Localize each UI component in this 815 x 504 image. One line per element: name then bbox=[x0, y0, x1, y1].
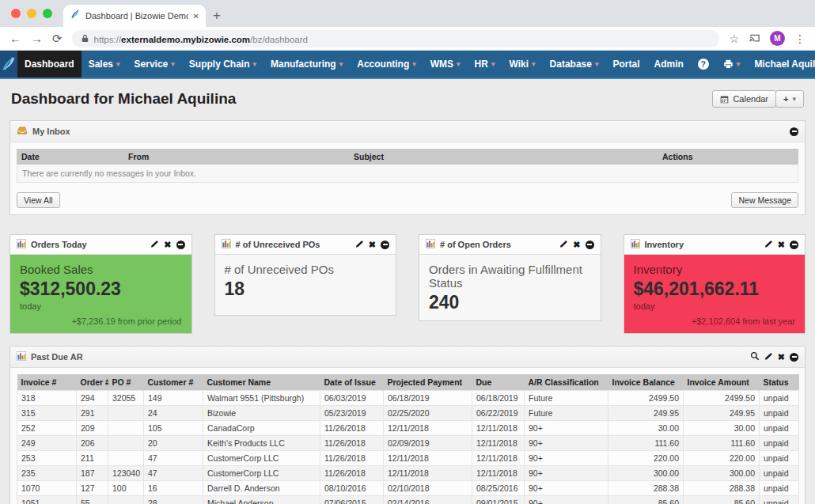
window-minimize-button[interactable] bbox=[27, 9, 36, 18]
edit-icon[interactable] bbox=[764, 352, 773, 362]
close-icon[interactable]: ✖ bbox=[164, 241, 171, 249]
my-inbox-header: My Inbox bbox=[10, 121, 805, 142]
chevron-down-icon: ▾ bbox=[491, 60, 495, 68]
back-icon[interactable]: ← bbox=[9, 32, 21, 45]
ar-col-customer-num[interactable]: Customer # bbox=[144, 374, 203, 391]
window-zoom-button[interactable] bbox=[43, 9, 52, 18]
ar-col-due[interactable]: Due bbox=[472, 374, 525, 391]
cast-icon[interactable] bbox=[749, 32, 760, 46]
chevron-down-icon: ▾ bbox=[339, 60, 343, 68]
close-icon[interactable]: ✖ bbox=[369, 241, 376, 249]
collapse-icon[interactable] bbox=[790, 127, 798, 136]
nav-item-hr[interactable]: HR▾ bbox=[468, 51, 502, 78]
close-icon[interactable]: ✖ bbox=[573, 241, 580, 249]
user-menu[interactable]: Michael Aquilina bbox=[747, 51, 815, 78]
edit-icon[interactable] bbox=[150, 240, 159, 250]
past-due-ar-panel: Past Due AR ✖ Invoice # Order # PO # Cus… bbox=[9, 346, 806, 504]
nav-item-sales[interactable]: Sales▾ bbox=[82, 51, 127, 78]
calendar-button[interactable]: Calendar bbox=[712, 90, 776, 108]
nav-item-supply-chain[interactable]: Supply Chain▾ bbox=[182, 51, 263, 78]
collapse-icon[interactable] bbox=[790, 353, 798, 362]
collapse-icon[interactable] bbox=[586, 241, 594, 249]
close-icon[interactable]: ✖ bbox=[778, 241, 785, 249]
bizowie-logo[interactable] bbox=[0, 51, 17, 78]
page-header: Dashboard for Michael Aquilina Calendar … bbox=[0, 79, 815, 112]
widget-label: Booked Sales bbox=[20, 263, 182, 276]
table-row[interactable]: 24920620Keith's Products LLC11/26/201802… bbox=[17, 436, 799, 451]
nav-item-manufacturing[interactable]: Manufacturing▾ bbox=[263, 51, 350, 78]
nav-item-wiki[interactable]: Wiki▾ bbox=[502, 51, 542, 78]
nav-item-service[interactable]: Service▾ bbox=[127, 51, 182, 78]
table-cell: 12/11/2018 bbox=[472, 436, 525, 451]
edit-icon[interactable] bbox=[355, 240, 364, 250]
nav-item-database[interactable]: Database▾ bbox=[543, 51, 606, 78]
table-cell: unpaid bbox=[760, 406, 799, 421]
table-cell: 47 bbox=[144, 451, 203, 466]
ar-col-order[interactable]: Order # bbox=[77, 374, 108, 391]
inbox-col-subject: Subject bbox=[349, 149, 658, 165]
nav-item-portal[interactable]: Portal bbox=[605, 51, 646, 78]
table-cell: 06/18/2019 bbox=[384, 391, 472, 406]
nav-item-accounting[interactable]: Accounting▾ bbox=[350, 51, 423, 78]
table-row[interactable]: 10515528Michael Anderson07/06/201502/14/… bbox=[17, 496, 799, 504]
widget-header: Inventory ✖ bbox=[624, 235, 806, 255]
table-cell: 09/01/2015 bbox=[472, 496, 525, 504]
ar-col-invoice-amount[interactable]: Invoice Amount bbox=[684, 374, 760, 391]
view-all-button[interactable]: View All bbox=[17, 192, 60, 208]
ar-col-invoice-balance[interactable]: Invoice Balance bbox=[608, 374, 684, 391]
ar-col-customer-name[interactable]: Customer Name bbox=[203, 374, 320, 391]
edit-icon[interactable] bbox=[559, 240, 568, 250]
ar-col-status[interactable]: Status bbox=[760, 374, 799, 391]
table-cell bbox=[108, 496, 144, 504]
reload-icon[interactable]: ⟳ bbox=[52, 32, 63, 46]
nav-item-dashboard[interactable]: Dashboard bbox=[17, 51, 82, 78]
table-cell: CustomerCorp LLC bbox=[203, 466, 320, 481]
table-cell: 28 bbox=[144, 496, 203, 504]
table-row[interactable]: 23518712304047CustomerCorp LLC11/26/2018… bbox=[17, 466, 799, 481]
table-cell: 85.60 bbox=[608, 496, 684, 504]
collapse-icon[interactable] bbox=[176, 241, 185, 249]
profile-avatar[interactable]: M bbox=[770, 31, 785, 46]
table-row[interactable]: 31529124Bizowie05/23/201902/25/202006/22… bbox=[17, 406, 799, 421]
question-circle-icon: ? bbox=[698, 59, 709, 70]
ar-col-invoice[interactable]: Invoice # bbox=[17, 374, 77, 391]
edit-icon[interactable] bbox=[764, 240, 773, 250]
browser-tab[interactable]: Dashboard | Bizowie Demo Site ✕ bbox=[63, 5, 206, 27]
table-cell: 291 bbox=[77, 406, 108, 421]
add-widget-button[interactable]: +▾ bbox=[775, 90, 804, 108]
table-cell: 30.00 bbox=[684, 421, 760, 436]
table-cell: 11/26/2018 bbox=[320, 466, 384, 481]
magnifier-icon[interactable] bbox=[750, 351, 760, 362]
new-message-button[interactable]: New Message bbox=[731, 192, 798, 208]
widget-row: Orders Today ✖ Booked Sales $312,500.23 … bbox=[9, 234, 806, 334]
table-row[interactable]: 31829432055149Walmart 9551 (Pittsburgh)0… bbox=[17, 391, 799, 406]
collapse-icon[interactable] bbox=[790, 241, 798, 249]
table-cell: 127 bbox=[77, 481, 108, 496]
print-menu-button[interactable]: ▾ bbox=[716, 51, 748, 78]
nav-item-wms[interactable]: WMS▾ bbox=[423, 51, 468, 78]
ar-col-po[interactable]: PO # bbox=[108, 374, 144, 391]
table-cell: 300.00 bbox=[684, 466, 760, 481]
close-icon[interactable]: ✖ bbox=[778, 353, 785, 362]
table-cell: 100 bbox=[108, 481, 144, 496]
help-button[interactable]: ? bbox=[691, 51, 716, 78]
bar-chart-icon bbox=[17, 239, 26, 250]
ar-col-date-of-issue[interactable]: Date of Issue bbox=[320, 374, 384, 391]
bookmark-star-icon[interactable]: ☆ bbox=[729, 32, 739, 45]
new-tab-button[interactable]: + bbox=[206, 5, 228, 27]
kebab-menu-icon[interactable]: ⋮ bbox=[794, 32, 806, 45]
ar-col-classification[interactable]: A/R Classification bbox=[525, 374, 608, 391]
table-row[interactable]: 252209105CanadaCorp11/26/201812/11/20181… bbox=[17, 421, 799, 436]
forward-icon[interactable]: → bbox=[31, 32, 43, 45]
app-navbar: Dashboard Sales▾ Service▾ Supply Chain▾ … bbox=[0, 51, 815, 79]
tab-close-icon[interactable]: ✕ bbox=[193, 12, 199, 21]
my-inbox-body: Date From Subject Actions There are curr… bbox=[10, 142, 805, 214]
collapse-icon[interactable] bbox=[381, 241, 389, 249]
window-close-button[interactable] bbox=[11, 9, 21, 18]
nav-item-admin[interactable]: Admin bbox=[647, 51, 691, 78]
table-row[interactable]: 25321147CustomerCorp LLC11/26/201812/11/… bbox=[17, 451, 799, 466]
widget-caption: today bbox=[634, 301, 796, 311]
ar-col-projected-payment[interactable]: Projected Payment bbox=[384, 374, 472, 391]
address-bar[interactable]: https://externaldemo.mybizowie.com/bz/da… bbox=[72, 30, 720, 47]
table-row[interactable]: 107012710016Darrell D. Anderson08/10/201… bbox=[17, 481, 799, 496]
